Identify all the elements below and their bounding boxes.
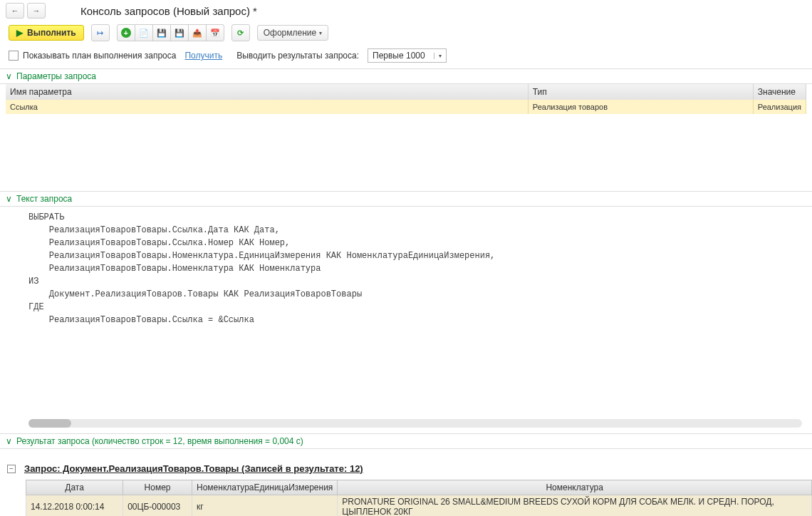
col-number[interactable]: Номер (123, 480, 192, 495)
show-plan-checkbox[interactable]: Показывать план выполнения запроса (9, 51, 176, 61)
output-select-value: Первые 1000 (368, 51, 434, 61)
save-as-icon: 💾 (175, 29, 184, 38)
result-section-title: Результат запроса (количество строк = 12… (16, 436, 303, 446)
execute-label: Выполнить (27, 28, 76, 38)
refresh-button[interactable]: ⟳ (231, 24, 250, 41)
chevron-down-icon: ∨ (6, 71, 12, 81)
cell-unit: кг (192, 495, 338, 517)
grid-button[interactable]: 📅 (206, 24, 224, 41)
query-text-area[interactable]: ВЫБРАТЬ РеализацияТоваровТовары.Ссылка.Д… (0, 207, 812, 334)
param-value-cell: Реализация (753, 100, 806, 114)
col-unit[interactable]: НоменклатураЕдиницаИзмерения (192, 480, 338, 495)
save-button[interactable]: 💾 (152, 24, 171, 41)
param-name-cell: Ссылка (6, 100, 528, 114)
add-button[interactable]: + (117, 24, 135, 41)
window-title: Консоль запросов (Новый запрос) * (80, 5, 257, 17)
export-button[interactable]: 📤 (188, 24, 207, 41)
checkbox-icon (9, 51, 19, 61)
format-button[interactable]: Оформление ▾ (257, 25, 328, 41)
query-area-spacer (0, 334, 812, 419)
show-plan-label: Показывать план выполнения запроса (23, 51, 176, 61)
forward-button[interactable]: → (27, 3, 46, 19)
params-header-row: Имя параметра Тип Значение (6, 84, 806, 100)
cell-date: 14.12.2018 0:00:14 (26, 495, 123, 517)
col-param-type[interactable]: Тип (528, 84, 753, 100)
cell-nom: PRONATURE ORIGINAL 26 SMALL&MEDIUM BREED… (338, 495, 812, 517)
caret-down-icon: ▾ (319, 30, 322, 36)
open-button[interactable]: 📄 (135, 24, 153, 41)
result-table: Дата Номер НоменклатураЕдиницаИзмерения … (26, 480, 812, 516)
output-label: Выводить результаты запроса: (236, 51, 359, 61)
query-section-header[interactable]: ∨ Текст запроса (0, 191, 812, 207)
output-select[interactable]: Первые 1000 ▾ (368, 48, 447, 63)
back-button[interactable]: ← (6, 3, 24, 19)
params-section-header[interactable]: ∨ Параметры запроса (0, 68, 812, 84)
scrollbar-thumb[interactable] (28, 419, 71, 428)
result-header-row: Дата Номер НоменклатураЕдиницаИзмерения … (26, 480, 812, 495)
params-table: Имя параметра Тип Значение Ссылка Реализ… (6, 84, 806, 114)
cell-number: 00ЦБ-000003 (123, 495, 192, 517)
file-toolbar-group: + 📄 💾 💾 📤 📅 (117, 24, 224, 41)
table-row[interactable]: 14.12.2018 0:00:1400ЦБ-000003кгPRONATURE… (26, 495, 812, 517)
results-title: Запрос: Документ.РеализацияТоваров.Товар… (24, 463, 363, 474)
param-type-cell: Реализация товаров (528, 100, 753, 114)
chevron-down-icon: ∨ (6, 436, 12, 446)
table-icon: 📅 (210, 29, 220, 38)
play-icon: ▶ (16, 28, 23, 38)
plus-icon: + (121, 28, 131, 38)
format-label: Оформление (264, 28, 316, 38)
col-nomenclature[interactable]: Номенклатура (338, 480, 812, 495)
params-empty-area (6, 118, 806, 184)
export-icon: 📤 (192, 29, 202, 38)
save-as-button[interactable]: 💾 (170, 24, 189, 41)
execute-button[interactable]: ▶ Выполнить (9, 25, 84, 41)
document-icon: 📄 (139, 29, 149, 38)
col-param-value[interactable]: Значение (753, 84, 806, 100)
save-icon: 💾 (157, 29, 167, 38)
horizontal-scrollbar[interactable] (28, 419, 802, 428)
col-date[interactable]: Дата (26, 480, 123, 495)
query-section-title: Текст запроса (16, 194, 72, 204)
get-link[interactable]: Получить (184, 51, 222, 61)
chevron-down-icon: ∨ (6, 194, 12, 204)
results-expander[interactable]: − (7, 465, 16, 473)
caret-down-icon: ▾ (434, 53, 446, 59)
step-button[interactable]: ↦ (91, 24, 110, 41)
params-section-title: Параметры запроса (16, 71, 96, 81)
params-row[interactable]: Ссылка Реализация товаров Реализация (6, 100, 806, 114)
col-param-name[interactable]: Имя параметра (6, 84, 528, 100)
result-section-header[interactable]: ∨ Результат запроса (количество строк = … (0, 433, 812, 449)
